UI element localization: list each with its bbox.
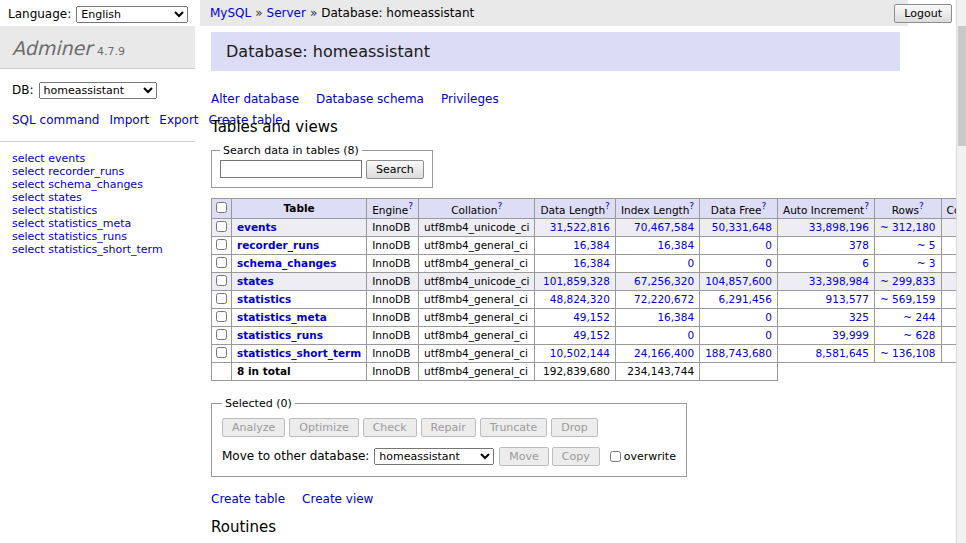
rows-link[interactable]: ~ 5	[917, 239, 936, 251]
sidebar-select-statistics-meta[interactable]: select statistics_meta	[12, 217, 131, 230]
data_free-link[interactable]: 50,331,648	[712, 221, 772, 233]
data_length-link[interactable]: 10,502,144	[550, 347, 610, 359]
row-checkbox-events[interactable]	[216, 221, 227, 232]
column-help-link[interactable]: ?	[497, 201, 502, 211]
sidebar-select-recorder-runs[interactable]: select recorder_runs	[12, 165, 124, 178]
sidebar-table-item: select statistics_meta	[12, 217, 183, 230]
rows-link[interactable]: ~ 299,833	[880, 275, 936, 287]
rows-link[interactable]: ~ 3	[917, 257, 936, 269]
index_length-link[interactable]: 16,384	[657, 239, 694, 251]
sidebar-select-schema-changes[interactable]: select schema_changes	[12, 178, 143, 191]
data_length-link[interactable]: 101,859,328	[543, 275, 610, 287]
language-select[interactable]: English	[76, 6, 188, 23]
data_length-link[interactable]: 49,152	[573, 311, 610, 323]
rows-link[interactable]: ~ 136,108	[880, 347, 936, 359]
row-checkbox-statistics-meta[interactable]	[216, 311, 227, 322]
row-checkbox-states[interactable]	[216, 275, 227, 286]
create-link-create-view[interactable]: Create view	[302, 492, 373, 506]
scrollbar[interactable]	[956, 0, 966, 543]
data_free-link[interactable]: 0	[765, 311, 772, 323]
data_length-link[interactable]: 49,152	[573, 329, 610, 341]
db-select[interactable]: homeassistant	[39, 82, 157, 99]
data_free-link[interactable]: 0	[765, 239, 772, 251]
sidebar-select-events[interactable]: select events	[12, 152, 85, 165]
sidebar-select-states[interactable]: select states	[12, 191, 82, 204]
column-help-link[interactable]: ?	[605, 201, 610, 211]
table-link-statistics-runs[interactable]: statistics_runs	[237, 329, 323, 341]
auto_increment-link[interactable]: 39,999	[832, 329, 869, 341]
table-link-states[interactable]: states	[237, 275, 274, 287]
data_length-link[interactable]: 16,384	[573, 239, 610, 251]
row-checkbox-statistics-short-term[interactable]	[216, 347, 227, 358]
breadcrumb-server[interactable]: Server	[267, 6, 306, 20]
auto_increment-link[interactable]: 325	[849, 311, 869, 323]
index_length-link[interactable]: 72,220,672	[634, 293, 694, 305]
search-input[interactable]	[220, 160, 362, 178]
rows-link[interactable]: ~ 244	[903, 311, 935, 323]
sidebar-link-import[interactable]: Import	[109, 113, 149, 127]
column-help-link[interactable]: ?	[919, 201, 924, 211]
table-link-events[interactable]: events	[237, 221, 277, 233]
row-checkbox-statistics[interactable]	[216, 293, 227, 304]
table-header-row: TableEngine?Collation?Data Length?Index …	[212, 199, 957, 219]
auto_increment-link[interactable]: 6	[862, 257, 869, 269]
search-button[interactable]: Search	[366, 160, 424, 179]
table-link-statistics-meta[interactable]: statistics_meta	[237, 311, 327, 323]
rows-link[interactable]: ~ 569,159	[880, 293, 936, 305]
sidebar-link-export[interactable]: Export	[159, 113, 198, 127]
index_length-link[interactable]: 67,256,320	[634, 275, 694, 287]
row-checkbox-statistics-runs[interactable]	[216, 329, 227, 340]
select-all-cell	[212, 199, 232, 219]
column-help-link[interactable]: ?	[864, 201, 869, 211]
data_free-link[interactable]: 104,857,600	[705, 275, 772, 287]
table-link-recorder-runs[interactable]: recorder_runs	[237, 239, 319, 251]
table-row-states: statesInnoDButf8mb4_unicode_ci101,859,32…	[212, 272, 957, 290]
overwrite-checkbox[interactable]	[610, 451, 621, 462]
db-label: DB:	[12, 83, 34, 97]
table-link-statistics-short-term[interactable]: statistics_short_term	[237, 347, 361, 359]
data_length-link[interactable]: 48,824,320	[550, 293, 610, 305]
logout-button[interactable]: Logout	[894, 4, 952, 23]
rows-link[interactable]: ~ 312,180	[880, 221, 936, 233]
select-all-checkbox[interactable]	[216, 202, 227, 213]
db-action-privileges[interactable]: Privileges	[441, 92, 499, 106]
breadcrumb-separator: »	[310, 6, 317, 20]
column-help-link[interactable]: ?	[408, 201, 413, 211]
sidebar-select-statistics[interactable]: select statistics	[12, 204, 97, 217]
data_length-link[interactable]: 31,522,816	[550, 221, 610, 233]
index_length-link[interactable]: 16,384	[657, 311, 694, 323]
data_free-link[interactable]: 6,291,456	[719, 293, 772, 305]
data_free-link[interactable]: 188,743,680	[705, 347, 772, 359]
create-link-create-table[interactable]: Create table	[211, 492, 285, 506]
column-help-link[interactable]: ?	[762, 201, 767, 211]
sidebar-select-statistics-short-term[interactable]: select statistics_short_term	[12, 243, 163, 256]
auto_increment-link[interactable]: 33,898,196	[809, 221, 869, 233]
db-action-alter-database[interactable]: Alter database	[211, 92, 299, 106]
table-link-statistics[interactable]: statistics	[237, 293, 291, 305]
auto_increment-link[interactable]: 8,581,645	[816, 347, 869, 359]
data_free-link[interactable]: 0	[765, 257, 772, 269]
breadcrumb-mysql[interactable]: MySQL	[210, 6, 251, 20]
db-action-database-schema[interactable]: Database schema	[316, 92, 424, 106]
index_length-link[interactable]: 70,467,584	[634, 221, 694, 233]
column-help-link[interactable]: ?	[689, 201, 694, 211]
index_length-link[interactable]: 24,166,400	[634, 347, 694, 359]
rows-link[interactable]: ~ 628	[903, 329, 935, 341]
data_free-link[interactable]: 0	[765, 329, 772, 341]
language-bar: Language:English	[8, 6, 188, 23]
data_length-link[interactable]: 16,384	[573, 257, 610, 269]
row-checkbox-schema-changes[interactable]	[216, 257, 227, 268]
adminer-logo[interactable]: Adminer	[12, 37, 92, 59]
index_length-link[interactable]: 0	[687, 257, 694, 269]
auto_increment-link[interactable]: 913,577	[826, 293, 869, 305]
scrollbar-thumb[interactable]	[958, 26, 966, 146]
column-header-data-free: Data Free?	[700, 199, 778, 219]
auto_increment-link[interactable]: 33,398,984	[809, 275, 869, 287]
move-db-select[interactable]: homeassistant	[374, 448, 494, 465]
table-link-schema-changes[interactable]: schema_changes	[237, 257, 337, 269]
index_length-link[interactable]: 0	[687, 329, 694, 341]
sidebar-select-statistics-runs[interactable]: select statistics_runs	[12, 230, 127, 243]
row-checkbox-recorder-runs[interactable]	[216, 239, 227, 250]
auto_increment-link[interactable]: 378	[849, 239, 869, 251]
sidebar-link-sql-command[interactable]: SQL command	[12, 113, 99, 127]
